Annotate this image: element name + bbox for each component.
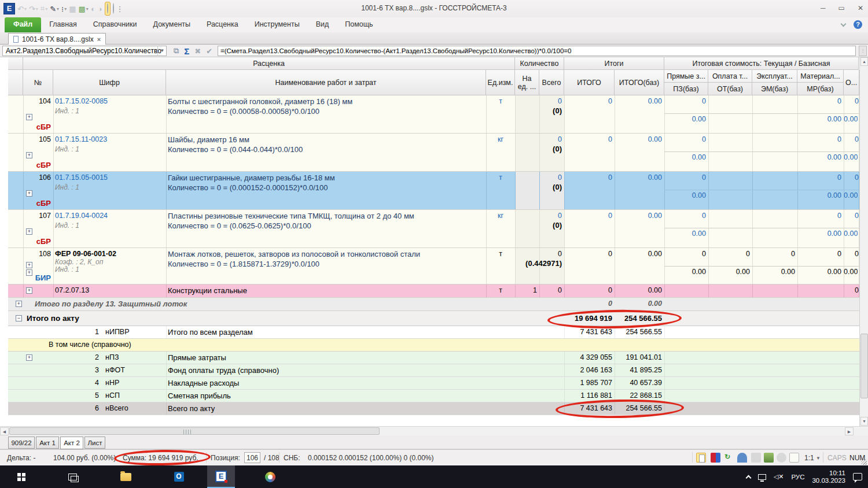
header-col-7[interactable]: ИТОГО(баз) — [615, 70, 664, 95]
grid-row-105[interactable]: 105+01.7.15.11-0023Инд. : 1сБРШайбы, диа… — [8, 134, 859, 172]
start-button[interactable] — [9, 465, 34, 488]
restore-button[interactable]: ▭ — [838, 4, 845, 12]
menu-tools[interactable]: Инструменты — [247, 17, 308, 32]
expander-icon[interactable]: + — [16, 301, 22, 307]
scroll-down-icon[interactable]: ▼ — [860, 417, 868, 426]
volume-muted-icon[interactable]: ◁✕ — [774, 473, 784, 480]
grid-row-act-total[interactable]: −Итого по акту19 694 919254 566.55 — [8, 311, 859, 326]
language-indicator[interactable]: РУС — [791, 474, 804, 480]
close-button[interactable]: ✕ — [858, 4, 863, 12]
position-input[interactable]: 106 — [244, 452, 260, 463]
expander-icon[interactable]: − — [16, 315, 22, 321]
grid-row-107[interactable]: 107+01.7.19.04-0024Инд. : 1сБРПластины р… — [8, 210, 859, 248]
name-box-dropdown-icon[interactable]: ▼ — [157, 46, 167, 56]
header-col-last[interactable]: О... — [844, 70, 859, 95]
minimize-button[interactable]: ─ — [821, 4, 826, 12]
formula-input[interactable]: =(Смета.Раздел13.СвободныйРесурс10.Колич… — [218, 46, 856, 56]
scroll-left-icon[interactable]: ◀ — [0, 427, 9, 435]
file-explorer-button[interactable] — [113, 465, 138, 488]
grid-row-note[interactable]: В том числе (справочно) — [8, 339, 859, 352]
grid-row-summary-5[interactable]: 5нСПСметная прибыль1 116 88122 868.15 — [8, 390, 859, 402]
grid-row-summary-1[interactable]: 1нИПВРИтого по всем разделам7 431 643254… — [8, 326, 859, 339]
header-group-1[interactable]: Расценка — [23, 57, 515, 70]
header-col-cost-0[interactable]: Прямые з...ПЗ(баз) — [664, 70, 708, 95]
cancel-icon[interactable]: ✖ — [194, 47, 201, 56]
user-lock-icon[interactable] — [737, 453, 747, 463]
sheet-tab-Акт1[interactable]: Акт 1 — [36, 437, 59, 449]
collapse-ribbon-icon[interactable] — [841, 21, 847, 27]
tab-close-icon[interactable]: × — [97, 36, 101, 43]
expander-icon[interactable]: + — [26, 287, 32, 294]
document-mode-icon[interactable] — [696, 453, 706, 463]
expander-icon[interactable]: + — [26, 114, 32, 120]
action-center-icon[interactable] — [853, 473, 862, 480]
header-col-1[interactable]: Шифр — [53, 70, 166, 95]
header-col-5[interactable]: Всего — [539, 70, 564, 95]
formula-bar-expand-icon[interactable]: ⫶ — [859, 46, 867, 56]
expander-icon[interactable]: + — [26, 228, 32, 235]
menu-help[interactable]: Помощь — [337, 17, 381, 32]
header-col-0[interactable]: № — [23, 70, 53, 95]
header-group-4[interactable]: Итоговая стоимость: Текущая / Базисная — [664, 57, 859, 70]
menu-references[interactable]: Справочники — [85, 17, 145, 32]
menu-file[interactable]: Файл — [5, 17, 41, 32]
header-group-2[interactable]: Количество — [515, 57, 564, 70]
page-icon[interactable] — [789, 453, 799, 463]
header-col-6[interactable]: ИТОГО — [564, 70, 615, 95]
header-group-3[interactable]: Итоги — [564, 57, 664, 70]
expander-icon[interactable]: + — [26, 269, 32, 276]
image-icon[interactable] — [764, 453, 774, 463]
expander-icon[interactable]: + — [26, 190, 32, 197]
grid-row-material[interactable]: +07.2.07.13Конструкции стальныет1000.000 — [8, 284, 859, 298]
menu-documents[interactable]: Документы — [145, 17, 198, 32]
grid-row-108[interactable]: 108++ФЕР 09-06-001-02Коэф. : 2, К_опИнд.… — [8, 248, 859, 284]
vertical-scroll-thumb[interactable] — [860, 334, 868, 398]
confirm-icon[interactable]: ✔ — [206, 47, 212, 56]
grid-row-summary-6[interactable]: 6нВсегоВсего по акту7 431 643254 566.55 — [8, 402, 859, 415]
scroll-up-icon[interactable]: ▲ — [860, 57, 868, 66]
clock[interactable]: 10:11 30.03.2023 — [812, 469, 845, 485]
sum-icon[interactable]: Σ — [184, 46, 189, 56]
copy-icon[interactable]: ⧉ — [174, 46, 179, 56]
header-col-cost-2[interactable]: Эксплуат...ЭМ(баз) — [752, 70, 797, 95]
disabled-tool-icon[interactable] — [751, 453, 761, 463]
zoom-dropdown-icon[interactable]: ▼ — [816, 456, 821, 461]
scroll-right-icon[interactable]: ▶ — [845, 427, 854, 435]
menu-home[interactable]: Главная — [41, 17, 85, 32]
help-icon[interactable]: ? — [854, 20, 862, 29]
expander-icon[interactable]: + — [26, 152, 32, 158]
vertical-scrollbar[interactable]: ▲ ▼ — [859, 57, 868, 426]
refresh-icon[interactable]: ↻ — [724, 453, 730, 461]
expander-icon[interactable]: + — [26, 354, 32, 361]
grid-row-summary-2[interactable]: +2нПЗПрямые затраты4 329 055191 041.01 — [8, 352, 859, 364]
sheet-tab-90922[interactable]: 909/22 — [8, 437, 35, 449]
paint-button[interactable] — [258, 465, 282, 488]
header-col-cost-3[interactable]: Материал...МР(баз) — [797, 70, 844, 95]
gosstroysmeta-taskbar-button[interactable]: Е — [207, 465, 235, 488]
sheet-tab-Лист[interactable]: Лист — [84, 437, 105, 449]
task-view-button[interactable] — [60, 465, 84, 488]
name-box[interactable]: Акт2.Раздел13.СвободныйРесурс10.Количест… — [2, 46, 167, 56]
horizontal-scrollbar[interactable]: ◀ ▶ — [0, 426, 868, 435]
header-col-4[interactable]: Наед. ... — [515, 70, 539, 95]
sheet-tab-Акт2[interactable]: Акт 2 — [60, 437, 83, 449]
document-tab[interactable]: 1001-6 ТХ вар.8....gslx × — [8, 33, 106, 45]
header-col-2[interactable]: Наименование работ и затрат — [166, 70, 486, 95]
header-col-cost-1[interactable]: Оплата т...ОТ(баз) — [708, 70, 752, 95]
flags-icon[interactable] — [711, 453, 720, 463]
outlook-button[interactable]: O — [167, 465, 191, 488]
grid-row-104[interactable]: 104+01.7.15.02-0085Инд. : 1сБРБолты с ше… — [8, 95, 859, 134]
menu-view[interactable]: Вид — [308, 17, 337, 32]
expander-icon[interactable]: + — [26, 262, 32, 268]
zoom-level[interactable]: 1:1 — [804, 454, 814, 462]
grid-row-summary-3[interactable]: 3нФОТФонд оплаты труда (справочно)2 046 … — [8, 364, 859, 377]
grid-row-106[interactable]: 106+01.7.15.05-0015Инд. : 1сБРГайки шест… — [8, 172, 859, 210]
header-group-0[interactable] — [8, 57, 23, 70]
horizontal-scroll-thumb[interactable] — [9, 427, 380, 435]
header-col-3[interactable]: Ед.изм. — [486, 70, 515, 95]
menu-rate[interactable]: Расценка — [198, 17, 247, 32]
globe-disabled-icon[interactable] — [777, 453, 786, 463]
grid-row-section-total[interactable]: +Итого по разделу 13. Защитный лоток00.0… — [8, 298, 859, 311]
grid-row-summary-4[interactable]: 4нНРНакладные расходы1 985 70740 657.39 — [8, 377, 859, 390]
network-icon[interactable] — [758, 474, 766, 480]
